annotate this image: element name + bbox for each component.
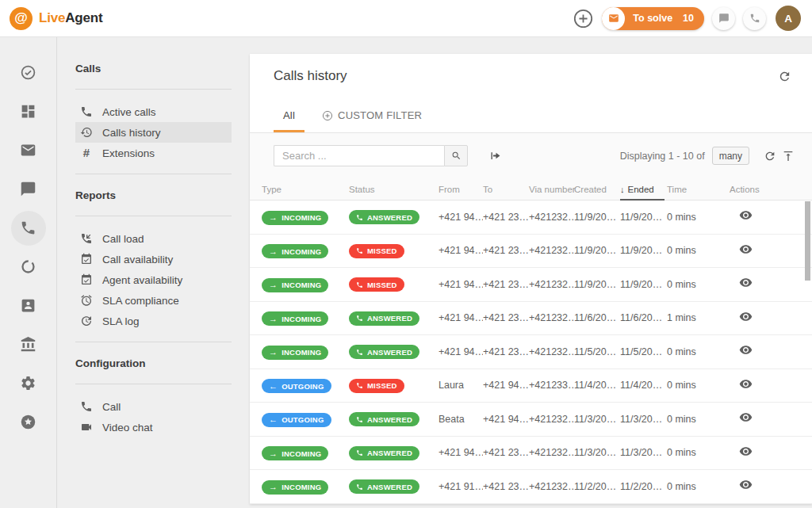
sidebar-item-label: Extensions (102, 147, 155, 159)
rail-item-settings[interactable] (9, 364, 48, 403)
sidebar-item-label: Call availability (102, 254, 173, 265)
clock-refresh-icon (80, 315, 93, 327)
created-cell: 11/6/20… (574, 312, 620, 323)
rail-item-upgrade[interactable] (9, 403, 48, 441)
sidebar-item-extensions[interactable]: #Extensions (75, 143, 232, 163)
search-button[interactable] (444, 145, 468, 166)
sidebar-item-call-load[interactable]: Call load (75, 228, 232, 249)
displaying-text: Displaying 1 - 10 of (620, 151, 705, 162)
table-row[interactable]: →INCOMINGANSWERED+421 94…+421 23…+421232… (250, 302, 812, 336)
rail-item-tickets[interactable] (9, 131, 48, 170)
sidebar-item-active-calls[interactable]: Active calls (75, 101, 232, 122)
eye-icon[interactable] (739, 343, 753, 357)
eye-icon[interactable] (739, 208, 753, 222)
col-header-time[interactable]: Time (667, 185, 730, 194)
refresh-icon[interactable] (778, 70, 791, 83)
created-cell: 11/9/20… (574, 212, 620, 223)
sidebar-item-agent-availability[interactable]: Agent availability (75, 269, 232, 290)
time-cell: 0 mins (667, 380, 730, 391)
table-row[interactable]: ←OUTGOINGMISSEDLaura+421 94…+421233…11/4… (250, 369, 812, 403)
via-number-cell: +421232… (529, 346, 574, 357)
table-row[interactable]: →INCOMINGANSWERED+421 94…+421 23…+421232… (250, 335, 812, 369)
donut-icon (20, 258, 36, 275)
rail-item-tasks[interactable] (9, 53, 48, 92)
from-cell: +421 94… (439, 447, 483, 458)
arrow-right-icon: → (269, 247, 278, 256)
eye-icon[interactable] (739, 276, 753, 289)
table-header-row: TypeStatusFromToVia numberCreated↓EndedT… (250, 178, 812, 201)
to-cell: +421 23… (483, 312, 529, 323)
rail-item-calls[interactable] (9, 208, 48, 247)
table-row[interactable]: →INCOMINGANSWERED+421 94…+421 23…+421232… (250, 201, 812, 235)
sidebar-item-sla-compliance[interactable]: SLA compliance (75, 290, 232, 311)
table-row[interactable]: →INCOMINGANSWERED+421 94…+421 23…+421232… (250, 437, 812, 471)
from-cell: Laura (439, 380, 483, 391)
col-header-to[interactable]: To (483, 185, 529, 194)
to-solve-count: 10 (683, 13, 694, 24)
avatar[interactable]: A (776, 6, 801, 31)
section-title-calls: Calls (75, 59, 232, 78)
eye-icon[interactable] (739, 377, 753, 391)
time-cell: 0 mins (667, 346, 730, 357)
via-number-cell: +421232… (529, 481, 574, 492)
refresh-list-icon[interactable] (764, 150, 776, 162)
phone-button[interactable] (743, 7, 766, 30)
rail-item-contacts[interactable] (9, 286, 48, 325)
ended-cell: 11/3/20… (620, 447, 667, 458)
count-button[interactable]: many (712, 147, 749, 165)
eye-icon[interactable] (739, 411, 753, 424)
table-row[interactable]: ←OUTGOINGANSWEREDBeata+421 94…+421232…11… (250, 403, 812, 437)
search-input[interactable] (274, 145, 444, 166)
add-button[interactable] (573, 8, 594, 29)
from-cell: Beata (439, 414, 483, 425)
chat-button[interactable] (712, 7, 735, 30)
table-row[interactable]: →INCOMINGMISSED+421 94…+421 23…+421232…1… (250, 235, 812, 269)
tab-all[interactable]: All (274, 98, 304, 132)
rail-item-social[interactable] (9, 247, 48, 286)
rail-item-dashboard[interactable] (9, 92, 48, 131)
eye-icon[interactable] (739, 310, 753, 323)
rail-item-company[interactable] (9, 325, 48, 364)
ended-cell: 11/5/20… (620, 346, 667, 357)
col-header-created[interactable]: Created (574, 185, 620, 194)
toolbar: Displaying 1 - 10 of many (250, 133, 812, 178)
sort-desc-icon: ↓ (620, 185, 625, 194)
type-badge: →INCOMING (262, 446, 328, 460)
sidebar-item-calls-history[interactable]: Calls history (75, 122, 232, 143)
skip-forward-icon[interactable] (489, 150, 501, 162)
scrollbar-thumb[interactable] (805, 201, 810, 281)
col-header-type[interactable]: Type (262, 185, 349, 194)
col-header-actions[interactable]: Actions (730, 185, 812, 194)
status-badge: ANSWERED (349, 345, 419, 359)
tab-label: All (283, 109, 295, 121)
sidebar-item-call[interactable]: Call (75, 396, 232, 417)
phone-icon (356, 449, 363, 456)
arrow-right-icon: → (269, 213, 278, 222)
phone-icon (356, 382, 363, 389)
calls-history-card: Calls history AllCUSTOM FILTER Displayin… (250, 54, 812, 504)
created-cell: 11/9/20… (574, 245, 620, 256)
col-header-from[interactable]: From (439, 185, 483, 194)
arrow-right-icon: → (269, 348, 278, 357)
arrow-right-icon: → (269, 449, 278, 458)
sidebar-item-sla-log[interactable]: SLA log (75, 311, 232, 331)
scroll-to-top-icon[interactable] (782, 150, 795, 162)
ended-cell: 11/9/20… (620, 245, 667, 256)
col-header-via-number[interactable]: Via number (529, 185, 574, 194)
phone-icon (356, 416, 363, 423)
sidebar-item-call-availability[interactable]: Call availability (75, 249, 232, 269)
sidebar-item-video-chat[interactable]: Video chat (75, 417, 232, 437)
to-solve-button[interactable]: To solve 10 (602, 7, 704, 30)
eye-icon[interactable] (739, 243, 753, 256)
sidebar-item-label: Call load (102, 233, 144, 245)
col-header-status[interactable]: Status (349, 185, 439, 194)
rail-item-chats[interactable] (9, 170, 48, 208)
type-badge: →INCOMING (262, 346, 328, 360)
eye-icon[interactable] (739, 478, 753, 491)
col-header-ended[interactable]: ↓Ended (620, 178, 667, 200)
phone-icon (356, 247, 363, 254)
eye-icon[interactable] (739, 445, 753, 458)
tab-custom-filter[interactable]: CUSTOM FILTER (312, 98, 431, 132)
table-row[interactable]: →INCOMINGANSWERED+421 91…+421 23…+421232… (250, 470, 812, 504)
table-row[interactable]: →INCOMINGMISSED+421 94…+421 23…+421232…1… (250, 268, 812, 302)
